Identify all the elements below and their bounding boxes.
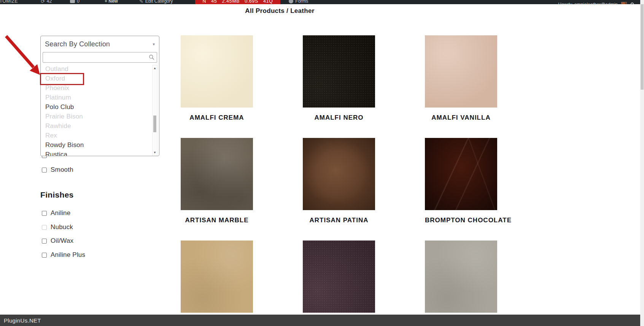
- product-title[interactable]: AMALFI VANILLA: [425, 114, 497, 122]
- avatar[interactable]: [621, 2, 627, 5]
- collection-option-rex[interactable]: Rex: [41, 131, 159, 140]
- forms-icon: [289, 0, 293, 3]
- adminbar-new-link[interactable]: + New: [105, 0, 118, 4]
- updates-count: 42: [47, 0, 52, 4]
- adminbar-comments-link[interactable]: 0: [70, 0, 80, 4]
- product-swatch-image[interactable]: [181, 35, 253, 108]
- wp-admin-bar: CUSTOMIZE ⟳ 42 0 + New ✎ Edit Category N…: [0, 0, 640, 4]
- product-card[interactable]: [425, 241, 497, 326]
- search-icon: [149, 54, 154, 62]
- finishes-heading: Finishes: [40, 190, 74, 199]
- scroll-down-icon[interactable]: ▼: [153, 150, 157, 155]
- scrollbar-thumb[interactable]: [153, 116, 156, 132]
- adminbar-search-icon[interactable]: [630, 2, 635, 4]
- product-card[interactable]: AMALFI CREMA: [181, 35, 253, 138]
- product-title[interactable]: AMALFI CREMA: [181, 114, 253, 122]
- pencil-icon: ✎: [139, 0, 143, 4]
- breadcrumb[interactable]: All Products / Leather: [40, 7, 519, 15]
- adminbar-forms-link[interactable]: Forms: [289, 0, 308, 4]
- checkbox[interactable]: [42, 253, 47, 258]
- checkbox[interactable]: [42, 211, 47, 216]
- product-swatch-image[interactable]: [181, 241, 253, 313]
- product-card[interactable]: [181, 241, 253, 326]
- product-title[interactable]: AMALFI NERO: [303, 114, 375, 122]
- collection-option-oxford[interactable]: Oxford: [41, 74, 159, 83]
- filter-row-nubuck[interactable]: Nubuck: [42, 223, 73, 231]
- product-card[interactable]: BROMPTON CHOCOLATE: [425, 138, 497, 241]
- collection-option-polo-club[interactable]: Polo Club: [41, 102, 159, 112]
- product-swatch-image[interactable]: [425, 241, 497, 313]
- comments-count: 0: [77, 0, 80, 4]
- product-swatch-image[interactable]: [181, 138, 253, 210]
- chevron-down-icon: ▾: [153, 42, 155, 47]
- filter-label[interactable]: Aniline Plus: [51, 251, 85, 259]
- adminbar-edit-category-link[interactable]: ✎ Edit Category: [139, 0, 173, 4]
- product-card[interactable]: ARTISAN MARBLE: [181, 138, 253, 241]
- watermark-text: PluginUs.NET: [4, 317, 41, 324]
- filter-row-oil-wax[interactable]: Oil/Wax: [42, 237, 73, 245]
- product-title[interactable]: ARTISAN MARBLE: [181, 217, 253, 224]
- collection-option-prairie-bison[interactable]: Prairie Bison: [41, 112, 159, 121]
- collection-dropdown-label: Search By Collection: [45, 40, 153, 48]
- product-swatch-image[interactable]: [303, 241, 375, 313]
- product-swatch-image[interactable]: [303, 35, 375, 108]
- updates-icon: ⟳: [41, 0, 45, 4]
- product-swatch-image[interactable]: [425, 35, 497, 108]
- filter-label[interactable]: Aniline: [51, 209, 70, 217]
- collection-option-outland[interactable]: Outland: [41, 64, 159, 74]
- product-card[interactable]: [303, 241, 375, 326]
- page-scrollbar[interactable]: [640, 0, 644, 326]
- footer-bar: PluginUs.NET: [0, 315, 644, 326]
- dropdown-scrollbar[interactable]: ▲ ▼: [152, 65, 157, 156]
- adminbar-customize-link[interactable]: CUSTOMIZE: [0, 0, 18, 4]
- filter-label[interactable]: Smooth: [51, 166, 73, 174]
- checkbox[interactable]: [42, 239, 47, 244]
- product-card[interactable]: ARTISAN PATINA: [303, 138, 375, 241]
- collection-option-list: Outland Oxford Phoenix Platinum Polo Clu…: [41, 64, 159, 156]
- product-swatch-image[interactable]: [425, 138, 497, 210]
- page-scrollbar-thumb[interactable]: [641, 4, 644, 90]
- checkbox[interactable]: [42, 168, 47, 172]
- scroll-up-icon[interactable]: ▲: [153, 66, 157, 71]
- filter-label[interactable]: Nubuck: [51, 223, 73, 231]
- comment-bubble-icon: [70, 0, 75, 3]
- adminbar-performance-badge[interactable]: N 45 2.45MB 0.69S 41Q: [195, 0, 281, 4]
- collection-search-box[interactable]: [43, 52, 157, 63]
- product-card[interactable]: AMALFI VANILLA: [425, 35, 497, 138]
- product-title[interactable]: BROMPTON CHOCOLATE: [425, 217, 497, 224]
- product-title[interactable]: ARTISAN PATINA: [303, 217, 375, 224]
- collection-dropdown[interactable]: Search By Collection ▾ Outland Oxford Ph…: [40, 36, 159, 156]
- product-grid: AMALFI CREMA AMALFI NERO AMALFI VANILLA …: [181, 35, 497, 326]
- annotation-arrow: [3, 33, 45, 79]
- collection-option-platinum[interactable]: Platinum: [41, 93, 159, 102]
- collection-option-rawhide[interactable]: Rawhide: [41, 121, 159, 131]
- adminbar-howdy-link[interactable]: Howdy, omnialeather@admin: [558, 2, 618, 4]
- edit-category-label: Edit Category: [145, 0, 173, 4]
- filter-row-smooth[interactable]: Smooth: [42, 166, 73, 174]
- product-swatch-image[interactable]: [303, 138, 375, 210]
- collection-search-input[interactable]: [43, 52, 157, 62]
- collection-dropdown-header[interactable]: Search By Collection ▾: [41, 36, 159, 52]
- collection-option-rowdy-bison[interactable]: Rowdy Bison: [41, 140, 159, 150]
- filter-row-aniline[interactable]: Aniline: [42, 209, 70, 217]
- adminbar-updates-link[interactable]: ⟳ 42: [41, 0, 52, 4]
- checkbox[interactable]: [42, 225, 47, 230]
- collection-option-phoenix[interactable]: Phoenix: [41, 83, 159, 93]
- collection-option-rustica[interactable]: Rustica: [41, 150, 159, 156]
- filter-row-aniline-plus[interactable]: Aniline Plus: [42, 251, 85, 259]
- product-card[interactable]: AMALFI NERO: [303, 35, 375, 138]
- forms-label: Forms: [295, 0, 308, 4]
- filter-label[interactable]: Oil/Wax: [51, 237, 73, 245]
